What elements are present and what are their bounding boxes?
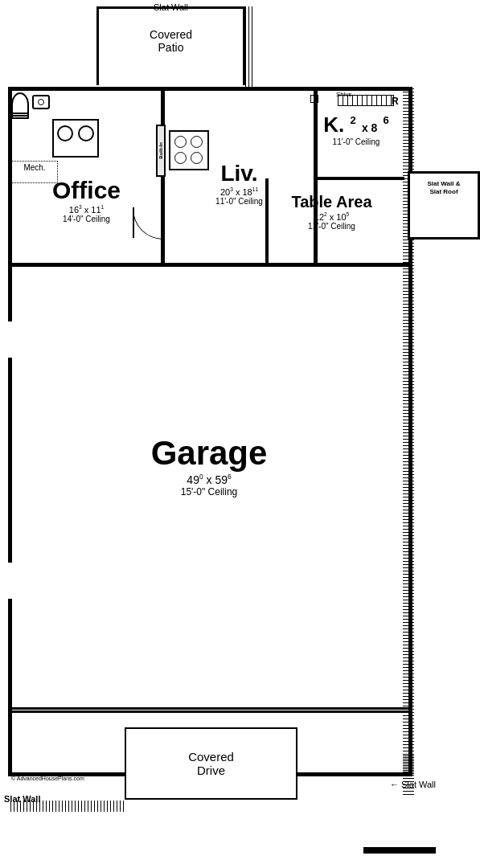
door-opening-left2 xyxy=(8,563,12,599)
burner2 xyxy=(191,136,203,148)
slat-wall-bottom-left-label: Slat Wall xyxy=(4,794,40,804)
garage-door-lines xyxy=(8,707,412,713)
mech-label: Mech. xyxy=(10,163,59,172)
built-in-label: Built-In xyxy=(158,142,163,159)
shlvs-label: Shlvs. xyxy=(336,91,354,98)
covered-drive-label: Covered xyxy=(188,750,234,764)
slat-wall-roof-box: Slat Wall & Slat Roof xyxy=(408,171,480,240)
office-label: Office 163 x 111 14'-0" Ceiling xyxy=(8,177,165,223)
covered-drive-box: Covered Drive xyxy=(125,727,297,800)
door-opening-left xyxy=(8,321,12,358)
d-label: D xyxy=(314,96,319,104)
covered-patio-label: Covered Patio xyxy=(96,28,245,54)
burner1 xyxy=(174,136,187,148)
kitchen-label: K. 2 x 8 6 11'-0" Ceiling xyxy=(316,113,396,146)
garage-label: Garage 490 x 596 15'-0" Ceiling xyxy=(8,434,410,497)
toilet-base xyxy=(11,113,29,119)
kitchen-bottom-wall xyxy=(314,177,404,180)
floor-plan: Covered Patio Slat Wall Built-In xyxy=(0,0,480,868)
table-area-label: Table Area 122 x 105 11'-0" Ceiling xyxy=(265,193,398,231)
covered-drive-label2: Drive xyxy=(197,764,225,777)
scale-bar xyxy=(363,847,436,854)
table-area-left-wall xyxy=(265,178,269,265)
r-label: R xyxy=(392,96,399,107)
slat-wall-top-label: Slat Wall xyxy=(96,2,245,12)
copyright-label: © AdvancedHousePlans.com xyxy=(11,776,84,781)
washer-dryer xyxy=(52,119,99,158)
sink-basin xyxy=(38,99,44,105)
slat-wall-bottom-right-label: ← Slat Wall xyxy=(390,780,436,789)
washer-circle xyxy=(57,125,73,141)
interior-wall-horizontal xyxy=(8,263,412,267)
slat-wall-roof-label: Slat Wall & Slat Roof xyxy=(410,174,478,203)
dryer-circle xyxy=(78,125,94,141)
